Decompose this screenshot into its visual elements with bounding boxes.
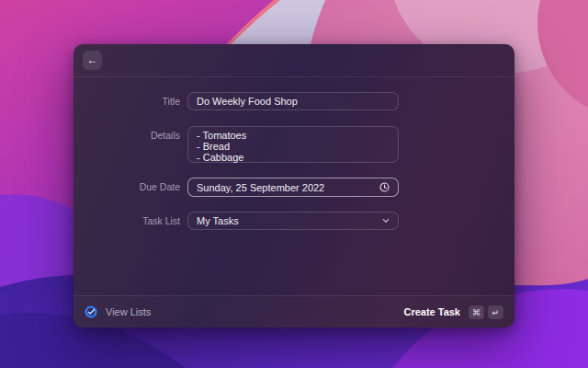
due-date-row: Due Date Sunday, 25 September 2022	[74, 178, 514, 197]
window-footer: View Lists Create Task ⌘ ↵	[74, 295, 514, 328]
title-row: Title Do Weekly Food Shop	[74, 92, 514, 110]
task-list-value: My Tasks	[197, 215, 239, 226]
back-button[interactable]: ←	[83, 51, 102, 70]
task-list-label: Task List	[74, 212, 180, 230]
due-date-input[interactable]: Sunday, 25 September 2022	[187, 178, 399, 197]
due-date-label: Due Date	[74, 178, 180, 197]
task-list-dropdown[interactable]: My Tasks	[187, 212, 399, 230]
task-form: Title Do Weekly Food Shop Details - Toma…	[74, 77, 514, 230]
return-key-icon: ↵	[488, 305, 503, 319]
back-arrow-icon: ←	[87, 53, 98, 66]
create-task-button[interactable]: Create Task	[403, 306, 460, 317]
shortcut-keys: ⌘ ↵	[469, 305, 503, 319]
view-lists-button[interactable]: View Lists	[106, 306, 151, 317]
create-task-window: ← Title Do Weekly Food Shop Details - To…	[74, 44, 514, 328]
due-date-value: Sunday, 25 September 2022	[197, 182, 324, 193]
title-value: Do Weekly Food Shop	[197, 96, 298, 107]
footer-actions: Create Task ⌘ ↵	[403, 305, 503, 319]
command-key-icon: ⌘	[469, 305, 484, 319]
window-header: ←	[74, 44, 514, 77]
task-list-row: Task List My Tasks	[74, 212, 514, 230]
chevron-down-icon	[382, 218, 390, 224]
details-row: Details - Tomatoes - Bread - Cabbage	[74, 126, 514, 163]
details-textarea[interactable]: - Tomatoes - Bread - Cabbage	[187, 126, 399, 163]
title-input[interactable]: Do Weekly Food Shop	[187, 92, 399, 110]
details-label: Details	[74, 126, 180, 163]
tasks-app-icon	[85, 305, 97, 318]
clock-icon	[379, 182, 390, 192]
title-label: Title	[74, 92, 180, 110]
